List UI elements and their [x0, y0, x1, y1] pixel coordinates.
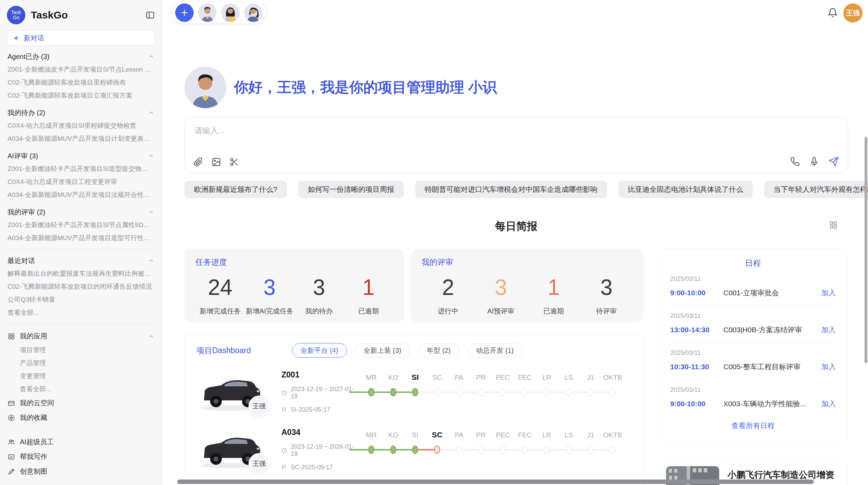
- section-title: Agent已办 (3): [8, 52, 49, 61]
- avatar[interactable]: [198, 3, 217, 22]
- section-ai-review[interactable]: AI评审 (3): [8, 149, 154, 162]
- join-link[interactable]: 加入: [821, 288, 836, 298]
- suggestion-chip[interactable]: 欧洲新规最近颁布了什么?: [184, 181, 287, 198]
- stat-ai-prereview: 3 AI预评审: [474, 274, 527, 316]
- stat-label: 已逾期: [527, 307, 580, 316]
- sidebar-item-ai-staff[interactable]: AI超级员工: [0, 435, 162, 449]
- sidebar-item-creative-draw[interactable]: 创意制图: [0, 464, 162, 479]
- my-review-card: 我的评审 2 进行中 3 AI预评审 1: [411, 249, 644, 322]
- schedule-title: 日程: [670, 258, 836, 269]
- plus-icon: [13, 35, 20, 41]
- schedule-item: 2025/03/11 9:00-10:00 C001-立项审批会 加入: [670, 269, 836, 306]
- task-progress-card: 任务进度 24 新增完成任务 3 新增AI完成任务 3: [184, 249, 404, 322]
- sidebar-item-change-mgmt[interactable]: 变更管理: [0, 370, 162, 383]
- list-item[interactable]: C0X4-动力总成开发项目工程变更评审: [8, 175, 154, 188]
- view-all-link[interactable]: 查看全部...: [0, 383, 162, 396]
- schedule-date: 2025/03/11: [670, 312, 836, 320]
- input-tools-left: [194, 157, 239, 167]
- list-item[interactable]: 解释最新出台的欧盟报废车法规再生塑料比例被调至15%...: [8, 267, 154, 280]
- sidebar-item-help-write[interactable]: 帮我写作: [0, 449, 162, 464]
- notification-bell-icon[interactable]: [828, 8, 838, 18]
- chevron-up-icon[interactable]: [148, 153, 154, 159]
- phone-icon[interactable]: [790, 157, 800, 166]
- project-row[interactable]: 王强 Z001 2023-12-19 ~ 2027-01-19 SI-2025-…: [196, 368, 632, 415]
- sidebar-item-product-mgmt[interactable]: 产品管理: [0, 357, 162, 370]
- ai-staff-label: AI超级员工: [20, 437, 54, 447]
- app-logo: Task Go: [7, 6, 25, 24]
- list-item[interactable]: 公司Q3轻卡销量: [8, 293, 154, 306]
- sidebar-item-project-mgmt[interactable]: 项目管理: [0, 344, 162, 357]
- list-item[interactable]: Z001-全新燃油轻卡产品开发项目SI造型提交物评审: [8, 162, 154, 175]
- section-my-todo[interactable]: 我的待办 (2): [8, 106, 154, 119]
- layout-grid-icon[interactable]: [829, 221, 838, 229]
- list-item[interactable]: Z001-全新燃油轻卡产品开发项目SI节点属性5D文件评审: [8, 219, 154, 232]
- pen-icon: [8, 468, 15, 475]
- image-icon[interactable]: [212, 157, 221, 167]
- section-agent-done[interactable]: Agent已办 (3): [8, 50, 154, 63]
- project-row[interactable]: 王强 A034 2023-12-19 ~ 2026-01-19 SC-2025-…: [196, 425, 632, 473]
- divider: [8, 324, 154, 324]
- milestone: SC: [426, 372, 448, 415]
- join-link[interactable]: 加入: [821, 399, 836, 409]
- list-item[interactable]: C0X4-动力总成开发项目SI里程碑提交物检查: [8, 119, 154, 132]
- milestone-dot: [544, 446, 550, 454]
- stat-value: 24: [195, 274, 245, 301]
- join-link[interactable]: 加入: [821, 362, 836, 372]
- sidebar-collapse-icon[interactable]: [145, 10, 155, 20]
- vertical-scrollbar[interactable]: [865, 137, 867, 363]
- chevron-up-icon[interactable]: [148, 258, 154, 264]
- filter-chip[interactable]: 全新平台 (4): [292, 343, 347, 358]
- list-item[interactable]: Z001-全新燃油皮卡产品开发项目SI节点Lesson Learn报告: [8, 63, 154, 76]
- sidebar-header: Task Go TaskGo: [0, 4, 162, 26]
- milestone: SI: [404, 430, 426, 473]
- sidebar-item-favorites[interactable]: 我的收藏: [0, 410, 162, 425]
- list-item[interactable]: A034-全新新能源MUV产品开发项目造型可行性评审: [8, 232, 154, 245]
- chat-input[interactable]: [194, 126, 838, 135]
- milestone-dot: [588, 446, 594, 454]
- stat-new-done: 24 新增完成任务: [195, 274, 245, 316]
- milestone: J1: [580, 372, 602, 415]
- microphone-icon[interactable]: [809, 157, 819, 166]
- filter-chip[interactable]: 全新上装 (3): [355, 343, 410, 358]
- suggestion-chip[interactable]: 当下年轻人对汽车外观有怎样的喜好趋势: [764, 181, 868, 198]
- chevron-up-icon[interactable]: [148, 53, 154, 60]
- send-icon[interactable]: [829, 157, 839, 167]
- horizontal-scrollbar[interactable]: [177, 480, 814, 484]
- project-info: Z001 2023-12-19 ~ 2027-01-19 SI-2025-05-…: [281, 368, 360, 415]
- sidebar-item-cloud-space[interactable]: 我的云空间: [0, 396, 162, 410]
- new-chat-button[interactable]: 新对话: [7, 30, 155, 46]
- sidebar-item-my-apps[interactable]: 我的应用: [0, 329, 162, 344]
- join-link[interactable]: 加入: [821, 325, 836, 335]
- scissors-icon[interactable]: [229, 157, 239, 167]
- list-item[interactable]: C02-飞腾新能源轻客改款项目的闭环通告反馈情况: [8, 280, 154, 293]
- avatar[interactable]: [221, 3, 240, 22]
- chevron-up-icon[interactable]: [148, 110, 154, 116]
- view-all-link[interactable]: 查看全部...: [8, 306, 154, 319]
- filter-chip[interactable]: 动总开发 (1): [468, 343, 522, 358]
- list-item[interactable]: C02-飞腾新能源轻客改款项目立项汇报方案: [8, 89, 154, 102]
- user-avatar[interactable]: 王强: [843, 3, 863, 23]
- view-all-schedule-link[interactable]: 查看所有日程: [670, 421, 836, 431]
- suggestion-chip[interactable]: 特朗普可能对进口汽车增税会对中国车企造成哪些影响: [415, 181, 607, 198]
- avatar[interactable]: [244, 3, 263, 22]
- schedule-name: C005-整车工程目标评审: [723, 362, 821, 372]
- milestone-dot: [500, 388, 506, 396]
- stat-label: 新增AI完成任务: [245, 307, 294, 316]
- filter-chip[interactable]: 年型 (2): [418, 343, 459, 358]
- suggestion-chip[interactable]: 比亚迪全固态电池计划具体说了什么: [618, 181, 753, 198]
- add-agent-button[interactable]: [175, 3, 194, 22]
- section-recent-chats[interactable]: 最近对话: [8, 254, 154, 267]
- section-my-review[interactable]: 我的评审 (2): [8, 206, 154, 219]
- list-item[interactable]: C02-飞腾新能源轻客改款项目里程碑画布: [8, 76, 154, 89]
- chevron-up-icon[interactable]: [148, 333, 154, 339]
- schedule-item: 2025/03/11 10:30-11:30 C005-整车工程目标评审 加入: [670, 343, 836, 380]
- milestone: PEC: [492, 430, 514, 473]
- chevron-up-icon[interactable]: [148, 209, 154, 215]
- list-item[interactable]: A034-全新新能源MUV产品开发项目法规符合性评审: [8, 188, 154, 201]
- milestone-dot: [478, 446, 484, 454]
- milestone-dot: [456, 388, 462, 396]
- attachment-icon[interactable]: [194, 157, 203, 167]
- list-item[interactable]: A034-全新新能源MUV产品开发项目计划变更表编写: [8, 132, 154, 145]
- suggestion-chip[interactable]: 如何写一份清晰的项目周报: [298, 181, 404, 198]
- milestone-label: SC: [432, 372, 442, 383]
